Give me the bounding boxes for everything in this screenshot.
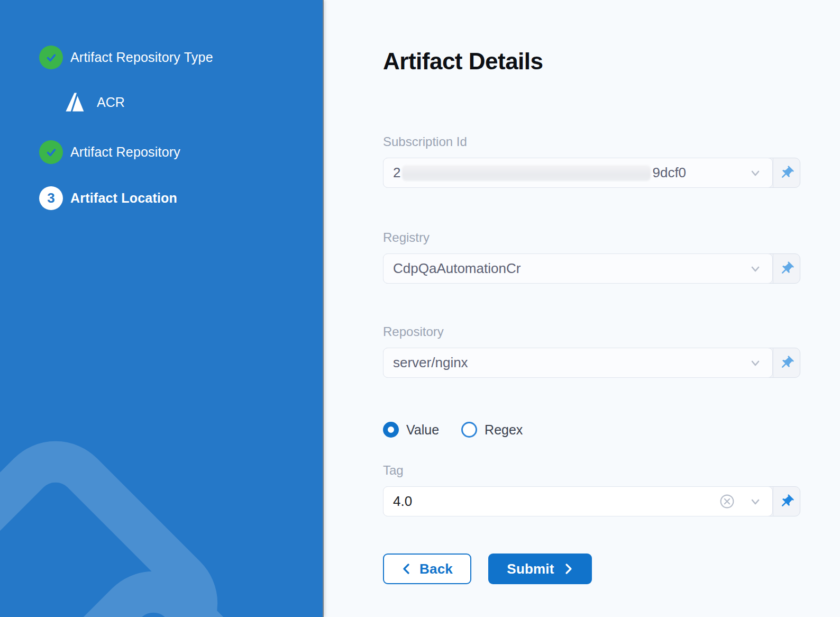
step-artifact-repository-type[interactable]: Artifact Repository Type (39, 46, 323, 69)
submit-button[interactable]: Submit (488, 554, 592, 584)
chevron-down-icon (749, 167, 762, 179)
pin-button[interactable] (773, 158, 800, 187)
clear-circle-icon[interactable] (719, 493, 735, 510)
artifact-details-panel: Artifact Details Subscription Id 2 9dcf0 (323, 0, 840, 617)
substep-label: ACR (97, 95, 125, 110)
registry-value-area[interactable]: CdpQaAutomationCr (383, 253, 773, 284)
redacted-value-blur (402, 165, 651, 181)
wizard-sidebar: Artifact Repository Type ACR Artifact Re… (0, 0, 323, 617)
chevron-down-icon (749, 495, 762, 508)
subscription-id-label: Subscription Id (383, 135, 840, 148)
repository-label: Repository (383, 325, 840, 338)
back-button-label: Back (419, 561, 453, 577)
pin-icon (775, 490, 798, 512)
pin-button[interactable] (773, 348, 800, 377)
wizard-window: Artifact Repository Type ACR Artifact Re… (0, 0, 840, 617)
repository-value-area[interactable]: server/nginx (383, 348, 773, 378)
tag-combobox[interactable]: 4.0 (383, 486, 800, 516)
tag-label: Tag (383, 464, 840, 477)
subscription-id-select[interactable]: 2 9dcf0 (383, 158, 800, 188)
step-number-badge: 3 (39, 186, 63, 210)
radio-value[interactable] (383, 422, 399, 438)
submit-button-label: Submit (507, 561, 554, 577)
check-icon (44, 146, 58, 159)
pin-button-active[interactable] (773, 487, 800, 516)
page-title: Artifact Details (383, 49, 840, 74)
radio-value-label: Value (406, 422, 439, 438)
tag-value-area[interactable]: 4.0 (383, 486, 773, 516)
pin-button[interactable] (773, 254, 800, 283)
step-artifact-repository[interactable]: Artifact Repository (39, 140, 323, 164)
substep-acr: ACR (39, 90, 323, 114)
back-button[interactable]: Back (383, 554, 471, 584)
radio-regex-label: Regex (485, 422, 523, 438)
azure-logo-icon (65, 91, 85, 113)
check-icon (44, 51, 58, 65)
subscription-id-value: 2 9dcf0 (393, 165, 686, 181)
tag-match-mode-radios: Value Regex (383, 422, 840, 438)
chevron-down-icon (749, 357, 762, 369)
step-label: Artifact Repository Type (70, 50, 213, 65)
subscription-id-value-area[interactable]: 2 9dcf0 (383, 158, 773, 188)
pin-icon (775, 257, 798, 279)
registry-label: Registry (383, 231, 840, 244)
registry-select[interactable]: CdpQaAutomationCr (383, 253, 800, 284)
pin-icon (775, 351, 798, 374)
value-prefix: 2 (393, 165, 400, 181)
step-complete-icon (39, 140, 63, 164)
pin-icon (775, 161, 798, 184)
chevron-left-icon (401, 562, 412, 575)
repository-select[interactable]: server/nginx (383, 348, 800, 378)
repository-value: server/nginx (393, 355, 468, 371)
step-label: Artifact Location (70, 190, 177, 206)
step-complete-icon (39, 46, 63, 69)
stepper: Artifact Repository Type ACR Artifact Re… (0, 0, 323, 210)
chevron-right-icon (563, 562, 573, 575)
step-artifact-location[interactable]: 3 Artifact Location (39, 186, 323, 210)
tag-value: 4.0 (393, 493, 412, 510)
registry-value: CdpQaAutomationCr (393, 260, 521, 277)
value-suffix: 9dcf0 (652, 165, 686, 181)
step-label: Artifact Repository (70, 144, 180, 160)
form-actions: Back Submit (383, 554, 840, 584)
radio-regex[interactable] (461, 422, 477, 438)
chevron-down-icon (749, 262, 762, 275)
